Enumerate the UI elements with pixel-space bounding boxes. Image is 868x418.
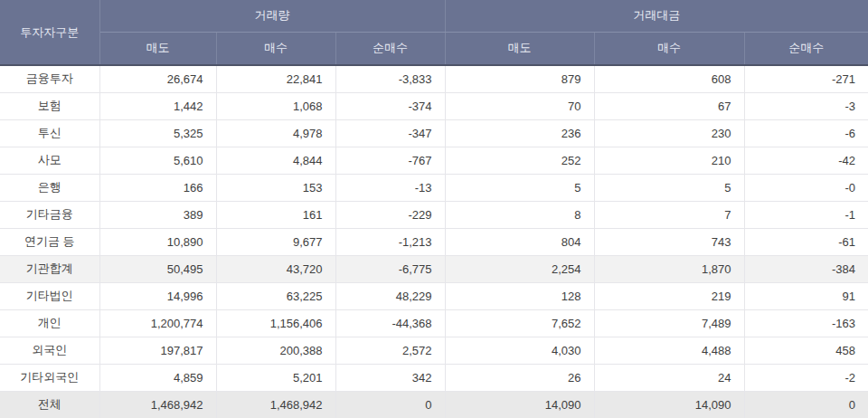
- cell-value-net: -163: [744, 309, 868, 337]
- cell-volume-sell: 14,996: [99, 282, 216, 309]
- table-row-individual: 개인 1,200,774 1,156,406 -44,368 7,652 7,4…: [0, 309, 868, 337]
- cell-value-net: -384: [744, 255, 868, 282]
- cell-volume-buy: 4,844: [216, 147, 335, 174]
- cell-volume-net: -1,213: [335, 228, 445, 255]
- cell-volume-net: -44,368: [335, 309, 445, 337]
- cell-value-sell: 8: [445, 201, 594, 228]
- cell-volume-net: -347: [335, 119, 445, 147]
- cell-value-net: 458: [744, 337, 868, 364]
- cell-value-buy: 14,090: [594, 391, 744, 418]
- table-row-foreigner: 외국인 197,817 200,388 2,572 4,030 4,488 45…: [0, 337, 868, 364]
- cell-volume-net: 0: [335, 391, 445, 418]
- cell-value-buy: 1,870: [594, 255, 744, 282]
- cell-value-sell: 7,652: [445, 309, 594, 337]
- cell-volume-net: -6,775: [335, 255, 445, 282]
- cell-volume-sell: 389: [99, 201, 216, 228]
- row-label: 기타외국인: [0, 364, 99, 391]
- investor-trading-table-screen: 투자자구분 거래량 거래대금 매도 매수 순매수 매도 매수 순매수 금융투자 …: [0, 0, 868, 418]
- cell-volume-sell: 166: [99, 174, 216, 201]
- cell-volume-net: -13: [335, 174, 445, 201]
- cell-volume-sell: 197,817: [99, 337, 216, 364]
- row-label: 사모: [0, 147, 99, 174]
- cell-volume-buy: 5,201: [216, 364, 335, 391]
- investor-trading-table: 투자자구분 거래량 거래대금 매도 매수 순매수 매도 매수 순매수 금융투자 …: [0, 0, 868, 418]
- row-label: 기관합계: [0, 255, 99, 282]
- header-value-sell: 매도: [445, 32, 594, 65]
- cell-volume-sell: 1,442: [99, 92, 216, 119]
- cell-value-sell: 70: [445, 92, 594, 119]
- header-volume-net: 순매수: [335, 32, 445, 65]
- cell-value-buy: 24: [594, 364, 744, 391]
- header-volume-group: 거래량: [99, 0, 445, 32]
- cell-volume-net: -374: [335, 92, 445, 119]
- cell-value-buy: 219: [594, 282, 744, 309]
- header-value-net: 순매수: [744, 32, 868, 65]
- table-row-other-finance: 기타금융 389 161 -229 8 7 -1: [0, 201, 868, 228]
- cell-value-net: -271: [744, 65, 868, 92]
- cell-value-buy: 608: [594, 65, 744, 92]
- cell-value-buy: 743: [594, 228, 744, 255]
- table-body: 금융투자 26,674 22,841 -3,833 879 608 -271 보…: [0, 65, 868, 418]
- cell-value-net: -6: [744, 119, 868, 147]
- cell-value-sell: 14,090: [445, 391, 594, 418]
- row-label: 보험: [0, 92, 99, 119]
- cell-value-sell: 879: [445, 65, 594, 92]
- row-label: 기타법인: [0, 282, 99, 309]
- cell-value-sell: 5: [445, 174, 594, 201]
- cell-volume-buy: 1,468,942: [216, 391, 335, 418]
- table-row-financial-investment: 금융투자 26,674 22,841 -3,833 879 608 -271: [0, 65, 868, 92]
- cell-value-sell: 2,254: [445, 255, 594, 282]
- cell-volume-net: 342: [335, 364, 445, 391]
- row-label: 금융투자: [0, 65, 99, 92]
- cell-volume-sell: 5,325: [99, 119, 216, 147]
- table-row-other-corporation: 기타법인 14,996 63,225 48,229 128 219 91: [0, 282, 868, 309]
- cell-value-buy: 7,489: [594, 309, 744, 337]
- row-label: 기타금융: [0, 201, 99, 228]
- cell-volume-sell: 5,610: [99, 147, 216, 174]
- cell-value-buy: 67: [594, 92, 744, 119]
- cell-value-buy: 230: [594, 119, 744, 147]
- table-row-insurance: 보험 1,442 1,068 -374 70 67 -3: [0, 92, 868, 119]
- table-row-institution-total: 기관합계 50,495 43,720 -6,775 2,254 1,870 -3…: [0, 255, 868, 282]
- cell-volume-buy: 4,978: [216, 119, 335, 147]
- cell-volume-sell: 26,674: [99, 65, 216, 92]
- table-row-grand-total: 전체 1,468,942 1,468,942 0 14,090 14,090 0: [0, 391, 868, 418]
- cell-volume-buy: 22,841: [216, 65, 335, 92]
- header-value-group: 거래대금: [445, 0, 868, 32]
- cell-value-net: -1: [744, 201, 868, 228]
- cell-value-net: -0: [744, 174, 868, 201]
- cell-volume-sell: 4,859: [99, 364, 216, 391]
- table-row-pension-fund: 연기금 등 10,890 9,677 -1,213 804 743 -61: [0, 228, 868, 255]
- table-row-private-equity: 사모 5,610 4,844 -767 252 210 -42: [0, 147, 868, 174]
- cell-volume-buy: 63,225: [216, 282, 335, 309]
- cell-volume-sell: 1,468,942: [99, 391, 216, 418]
- cell-value-net: -42: [744, 147, 868, 174]
- cell-value-buy: 4,488: [594, 337, 744, 364]
- cell-volume-sell: 50,495: [99, 255, 216, 282]
- table-header: 투자자구분 거래량 거래대금 매도 매수 순매수 매도 매수 순매수: [0, 0, 868, 65]
- cell-value-buy: 7: [594, 201, 744, 228]
- row-label: 개인: [0, 309, 99, 337]
- cell-volume-sell: 1,200,774: [99, 309, 216, 337]
- table-row-investment-trust: 투신 5,325 4,978 -347 236 230 -6: [0, 119, 868, 147]
- header-investor-type: 투자자구분: [0, 0, 99, 65]
- cell-volume-net: -3,833: [335, 65, 445, 92]
- row-label: 투신: [0, 119, 99, 147]
- table-row-bank: 은행 166 153 -13 5 5 -0: [0, 174, 868, 201]
- row-label: 은행: [0, 174, 99, 201]
- cell-value-net: -61: [744, 228, 868, 255]
- cell-value-sell: 804: [445, 228, 594, 255]
- cell-volume-net: 2,572: [335, 337, 445, 364]
- cell-volume-net: -767: [335, 147, 445, 174]
- cell-value-net: 0: [744, 391, 868, 418]
- cell-value-sell: 236: [445, 119, 594, 147]
- cell-volume-net: 48,229: [335, 282, 445, 309]
- cell-volume-buy: 1,156,406: [216, 309, 335, 337]
- cell-value-net: -2: [744, 364, 868, 391]
- cell-volume-buy: 9,677: [216, 228, 335, 255]
- cell-value-sell: 4,030: [445, 337, 594, 364]
- cell-volume-net: -229: [335, 201, 445, 228]
- cell-value-sell: 26: [445, 364, 594, 391]
- cell-value-buy: 210: [594, 147, 744, 174]
- table-row-other-foreigner: 기타외국인 4,859 5,201 342 26 24 -2: [0, 364, 868, 391]
